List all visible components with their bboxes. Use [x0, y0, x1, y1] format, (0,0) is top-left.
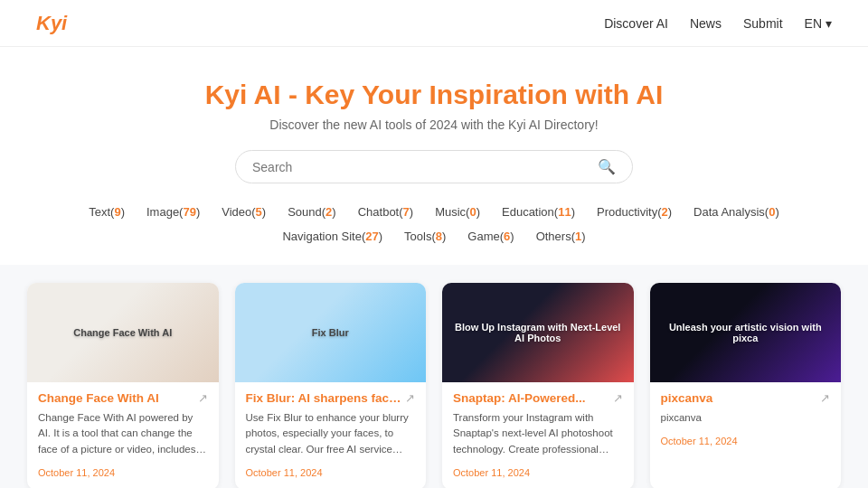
- search-bar: 🔍: [235, 150, 633, 183]
- card-4[interactable]: Unleash your artistic vision with pixca …: [650, 283, 842, 488]
- card-title: Change Face With AI: [38, 391, 194, 405]
- external-link-icon[interactable]: ↗: [613, 391, 623, 405]
- card-title: pixcanva: [661, 391, 817, 405]
- nav-discover-ai[interactable]: Discover AI: [604, 16, 668, 31]
- filter-sound[interactable]: Sound(2): [278, 202, 345, 222]
- language-selector[interactable]: EN ▾: [805, 16, 832, 31]
- filter-row-1: Text(9) Image(79) Video(5) Sound(2) Chat…: [18, 202, 850, 222]
- card-thumb-label: Unleash your artistic vision with pixca: [650, 314, 842, 351]
- card-date: October 11, 2024: [453, 467, 530, 478]
- card-thumbnail: Change Face With AI: [27, 283, 219, 382]
- card-title: Fix Blur: AI sharpens faci...: [246, 391, 402, 405]
- card-body: Fix Blur: AI sharpens faci... ↗ Use Fix …: [235, 382, 427, 488]
- filter-text[interactable]: Text(9): [80, 202, 134, 222]
- hero-title: Kyi AI - Key Your Inspiration with AI: [18, 80, 850, 110]
- search-input[interactable]: [252, 160, 598, 174]
- filter-productivity[interactable]: Productivity(2): [588, 202, 681, 222]
- filter-game[interactable]: Game(6): [458, 226, 523, 247]
- card-description: Transform your Instagram with Snaptap's …: [453, 410, 623, 457]
- cards-grid: Change Face With AI Change Face With AI …: [27, 283, 841, 488]
- external-link-icon[interactable]: ↗: [820, 391, 830, 405]
- filter-row-2: Navigation Site(27) Tools(8) Game(6) Oth…: [18, 226, 850, 247]
- filter-navigation-site[interactable]: Navigation Site(27): [273, 226, 392, 247]
- card-date: October 11, 2024: [38, 467, 115, 478]
- card-description: pixcanva: [661, 410, 831, 426]
- cards-main: Change Face With AI Change Face With AI …: [0, 265, 868, 488]
- hero-section: Kyi AI - Key Your Inspiration with AI Di…: [0, 47, 868, 265]
- filter-data-analysis[interactable]: Data Analysis(0): [684, 202, 788, 222]
- card-body: pixcanva ↗ pixcanva October 11, 2024: [650, 382, 842, 458]
- filter-music[interactable]: Music(0): [426, 202, 489, 222]
- card-thumb-label: Fix Blur: [305, 320, 356, 345]
- card-3[interactable]: Blow Up Instagram with Next-Level AI Pho…: [442, 283, 634, 488]
- card-description: Use Fix Blur to enhance your blurry phot…: [246, 410, 416, 457]
- card-date: October 11, 2024: [246, 467, 323, 478]
- filter-education[interactable]: Education(11): [493, 202, 584, 222]
- card-body: Change Face With AI ↗ Change Face With A…: [27, 382, 219, 488]
- chevron-down-icon: ▾: [826, 16, 832, 31]
- card-1[interactable]: Change Face With AI Change Face With AI …: [27, 283, 219, 488]
- card-2[interactable]: Fix Blur Fix Blur: AI sharpens faci... ↗…: [235, 283, 427, 488]
- card-title-row: pixcanva ↗: [661, 391, 831, 405]
- card-title: Snaptap: AI-Powered...: [453, 391, 609, 405]
- header: Kyi Discover AI News Submit EN ▾: [0, 0, 868, 47]
- search-icon[interactable]: 🔍: [598, 158, 616, 175]
- nav-submit[interactable]: Submit: [743, 16, 783, 31]
- hero-subtitle: Discover the new AI tools of 2024 with t…: [18, 117, 850, 132]
- nav-news[interactable]: News: [690, 16, 722, 31]
- filter-image[interactable]: Image(79): [137, 202, 209, 222]
- card-title-row: Snaptap: AI-Powered... ↗: [453, 391, 623, 405]
- external-link-icon[interactable]: ↗: [198, 391, 208, 405]
- card-thumbnail: Blow Up Instagram with Next-Level AI Pho…: [442, 283, 634, 382]
- external-link-icon[interactable]: ↗: [405, 391, 415, 405]
- card-title-row: Change Face With AI ↗: [38, 391, 208, 405]
- card-date: October 11, 2024: [661, 436, 738, 446]
- filter-chatbot[interactable]: Chatbot(7): [349, 202, 422, 222]
- filter-tools[interactable]: Tools(8): [395, 226, 455, 247]
- main-nav: Discover AI News Submit EN ▾: [604, 16, 832, 31]
- card-thumb-label: Blow Up Instagram with Next-Level AI Pho…: [442, 314, 634, 351]
- card-thumbnail: Unleash your artistic vision with pixca: [650, 283, 842, 382]
- card-thumbnail: Fix Blur: [235, 283, 427, 382]
- card-body: Snaptap: AI-Powered... ↗ Transform your …: [442, 382, 634, 488]
- card-title-row: Fix Blur: AI sharpens faci... ↗: [246, 391, 416, 405]
- filter-others[interactable]: Others(1): [527, 226, 595, 247]
- logo[interactable]: Kyi: [36, 12, 67, 35]
- card-thumb-label: Change Face With AI: [66, 320, 179, 345]
- filter-video[interactable]: Video(5): [212, 202, 275, 222]
- card-description: Change Face With AI powered by AI. It is…: [38, 410, 208, 457]
